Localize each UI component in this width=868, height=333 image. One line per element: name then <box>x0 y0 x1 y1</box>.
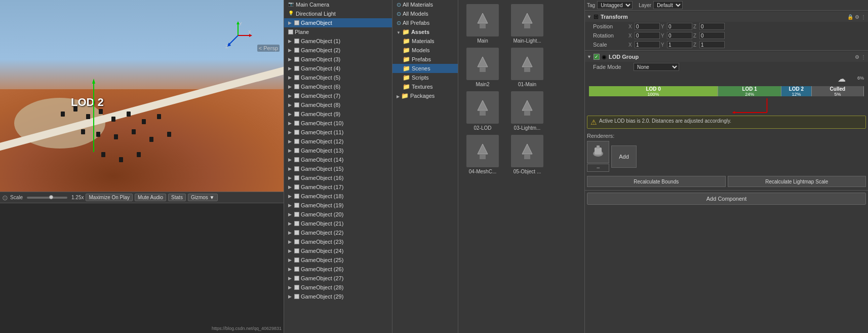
lod-checkbox[interactable]: ✓ <box>594 54 600 60</box>
hierarchy-item-go27[interactable]: ▶ GameObject (27) <box>284 274 392 283</box>
hierarchy-item-go15[interactable]: ▶ GameObject (15) <box>284 164 392 173</box>
hierarchy-item-gameobject[interactable]: ▶ GameObject <box>284 18 392 27</box>
lod-label: LOD 2 <box>71 96 104 109</box>
hierarchy-item-directional-light[interactable]: Directional Light <box>284 9 392 18</box>
lod-culled-bar[interactable]: Culled 5% <box>812 86 864 96</box>
hierarchy-item-go29[interactable]: ▶ GameObject (29) <box>284 292 392 301</box>
tree-item-models[interactable]: 📁 Models <box>392 46 458 55</box>
renderer-thumbnail[interactable] <box>587 141 609 163</box>
hierarchy-item-go11[interactable]: ▶ GameObject (11) <box>284 128 392 137</box>
hierarchy-item-go18[interactable]: ▶ GameObject (18) <box>284 192 392 201</box>
scale-y-input[interactable] <box>667 41 692 48</box>
asset-02-lod[interactable]: 02-LOD <box>462 91 503 131</box>
hierarchy-item-go2[interactable]: ▶ GameObject (2) <box>284 46 392 55</box>
renderer-minus-button[interactable]: − <box>587 164 609 172</box>
hierarchy-item-go1[interactable]: ▶ GameObject (1) <box>284 36 392 46</box>
hierarchy-item-go17[interactable]: ▶ GameObject (17) <box>284 182 392 192</box>
object-icon <box>294 248 299 253</box>
hierarchy-item-go26[interactable]: ▶ GameObject (26) <box>284 265 392 274</box>
hierarchy-item-go22[interactable]: ▶ GameObject (22) <box>284 228 392 237</box>
hierarchy-item-go13[interactable]: ▶ GameObject (13) <box>284 146 392 155</box>
rot-z-input[interactable] <box>699 32 725 39</box>
asset-05-object[interactable]: 05-Object ... <box>507 135 547 174</box>
hierarchy-item-go14[interactable]: ▶ GameObject (14) <box>284 155 392 164</box>
tree-item-scripts[interactable]: 📁 Scripts <box>392 73 458 82</box>
lock-icon[interactable]: 🔒 <box>847 14 853 20</box>
scale-slider[interactable] <box>27 197 67 199</box>
hierarchy-item-go10[interactable]: ▶ GameObject (10) <box>284 119 392 128</box>
tag-select[interactable]: Untagged <box>597 1 633 9</box>
gizmos-button[interactable]: Gizmos ▼ <box>188 194 218 201</box>
tag-layer-row: Tag Untagged Layer Default <box>585 0 868 11</box>
scene-object <box>81 129 85 134</box>
hierarchy-item-main-camera[interactable]: Main Camera <box>284 0 392 9</box>
scale-z-input[interactable] <box>699 41 725 48</box>
lod0-bar[interactable]: LOD 0 100% <box>589 86 718 96</box>
fade-mode-select[interactable]: None <box>634 63 679 71</box>
pos-x-field: X <box>628 23 660 30</box>
recalculate-bounds-button[interactable]: Recalculate Bounds <box>587 176 726 187</box>
asset-01-main[interactable]: 01-Main <box>507 48 547 87</box>
hierarchy-item-go21[interactable]: ▶ GameObject (21) <box>284 219 392 228</box>
hierarchy-item-go28[interactable]: ▶ GameObject (28) <box>284 283 392 292</box>
lod-group-header[interactable]: ▼ ✓ ◉ LOD Group ⚙ ⋮ <box>585 52 868 62</box>
asset-main[interactable]: Main <box>462 4 503 44</box>
layer-select[interactable]: Default <box>653 1 683 9</box>
overflow-icon[interactable]: ⋮ <box>861 14 866 20</box>
tree-item-assets[interactable]: 📁 Assets <box>392 27 458 36</box>
hierarchy-item-go5[interactable]: ▶ GameObject (5) <box>284 73 392 82</box>
asset-main-light[interactable]: Main-Light... <box>507 4 547 44</box>
scene-canvas[interactable]: LOD 2 Y X Z < Persp <box>0 0 284 198</box>
asset-03-lightmap[interactable]: 03-Lightm... <box>507 91 547 131</box>
settings-icon[interactable]: ⚙ <box>855 14 859 20</box>
hierarchy-item-go6[interactable]: ▶ GameObject (6) <box>284 82 392 91</box>
tree-item-scenes[interactable]: 📁 Scenes <box>392 64 458 73</box>
tree-item-all-materials[interactable]: ⊙ All Materials <box>392 0 458 9</box>
hierarchy-item-go8[interactable]: ▶ GameObject (8) <box>284 100 392 109</box>
hierarchy-item-go25[interactable]: ▶ GameObject (25) <box>284 255 392 265</box>
hierarchy-item-go24[interactable]: ▶ GameObject (24) <box>284 246 392 255</box>
fade-mode-row: Fade Mode None <box>585 62 868 72</box>
add-component-button[interactable]: Add Component <box>587 193 866 205</box>
pos-y-input[interactable] <box>667 23 692 30</box>
tag-label: Tag <box>587 3 595 8</box>
settings-icon[interactable]: ⚙ <box>855 54 859 60</box>
tree-item-textures[interactable]: 📁 Textures <box>392 82 458 91</box>
maximize-on-play-button[interactable]: Maximize On Play <box>86 194 133 201</box>
tree-item-all-prefabs[interactable]: ⊙ All Prefabs <box>392 18 458 27</box>
hierarchy-item-go12[interactable]: ▶ GameObject (12) <box>284 137 392 146</box>
rot-y-input[interactable] <box>667 32 692 39</box>
svg-rect-39 <box>595 147 602 155</box>
tree-item-prefabs[interactable]: 📁 Prefabs <box>392 55 458 64</box>
collapse-icon[interactable]: ⊙ <box>2 194 8 202</box>
tree-item-all-models[interactable]: ⊙ All Models <box>392 9 458 18</box>
lod1-bar[interactable]: LOD 1 24% <box>718 86 781 96</box>
lod-group-section: ▼ ✓ ◉ LOD Group ⚙ ⋮ Fade Mode None ☁ 6% <box>585 51 868 191</box>
asset-main2[interactable]: Main2 <box>462 48 503 87</box>
hierarchy-item-go19[interactable]: ▶ GameObject (19) <box>284 201 392 210</box>
hierarchy-item-go4[interactable]: ▶ GameObject (4) <box>284 64 392 73</box>
tree-item-packages[interactable]: 📁 Packages <box>392 91 458 100</box>
pos-x-input[interactable] <box>635 23 660 30</box>
add-renderer-button[interactable]: Add <box>611 145 637 168</box>
hierarchy-item-go16[interactable]: ▶ GameObject (16) <box>284 173 392 182</box>
rot-x-input[interactable] <box>635 32 660 39</box>
section-icons: 🔒 ⚙ ⋮ <box>847 14 866 20</box>
mute-audio-button[interactable]: Mute Audio <box>135 194 166 201</box>
transform-header[interactable]: ▼ ⊞ Transform 🔒 ⚙ ⋮ <box>585 12 868 22</box>
asset-04-meshc[interactable]: 04-MeshC... <box>462 135 503 174</box>
tree-item-materials[interactable]: 📁 Materials <box>392 36 458 46</box>
expand-arrow: ▶ <box>288 93 293 98</box>
stats-button[interactable]: Stats <box>168 194 186 201</box>
hierarchy-item-go9[interactable]: ▶ GameObject (9) <box>284 109 392 119</box>
hierarchy-item-go23[interactable]: ▶ GameObject (23) <box>284 237 392 246</box>
pos-z-input[interactable] <box>699 23 725 30</box>
hierarchy-item-go7[interactable]: ▶ GameObject (7) <box>284 91 392 100</box>
scale-x-input[interactable] <box>635 41 660 48</box>
hierarchy-item-go20[interactable]: ▶ GameObject (20) <box>284 210 392 219</box>
hierarchy-item-go3[interactable]: ▶ GameObject (3) <box>284 55 392 64</box>
hierarchy-item-plane[interactable]: Plane <box>284 27 392 36</box>
overflow-icon[interactable]: ⋮ <box>861 54 866 60</box>
lod2-bar[interactable]: LOD 2 12% <box>781 86 812 96</box>
recalculate-lightmap-button[interactable]: Recalculate Lightmap Scale <box>728 176 866 187</box>
